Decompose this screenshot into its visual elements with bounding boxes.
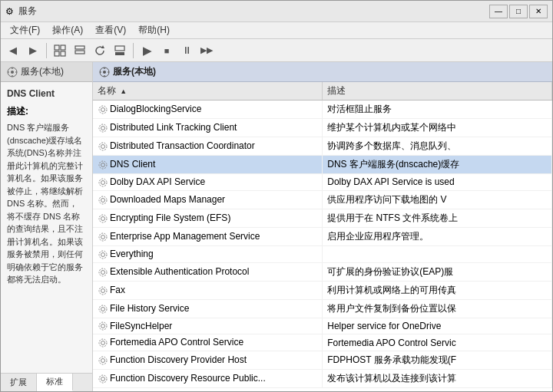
svg-point-24: [99, 124, 107, 132]
table-row[interactable]: FileSyncHelperHelper service for OneDriv…: [93, 318, 552, 334]
svg-rect-0: [55, 45, 59, 50]
table-row[interactable]: Dolby DAX API ServiceDolby DAX API Servi…: [93, 174, 552, 191]
col-header-name[interactable]: 名称 ▲: [93, 82, 323, 100]
menu-file[interactable]: 文件(F): [4, 22, 46, 38]
table-row[interactable]: Distributed Link Tracking Client维护某个计算机内…: [93, 119, 552, 137]
menu-help[interactable]: 帮助(H): [132, 22, 176, 38]
col-header-desc[interactable]: 描述: [323, 82, 552, 100]
tab-expand[interactable]: 扩展: [1, 374, 37, 391]
service-name-cell: Distributed Transaction Coordinator: [93, 137, 323, 156]
table-row[interactable]: Enterprise App Management Service启用企业应用程…: [93, 227, 552, 245]
table-row[interactable]: Downloaded Maps Manager供应用程序访问下载地图的 V: [93, 190, 552, 209]
svg-point-26: [99, 143, 107, 150]
svg-point-30: [99, 179, 107, 186]
toolbar-btn-restart[interactable]: ▶▶: [197, 41, 216, 60]
service-desc-cell: DNS 客户端服务(dnscache)缓存: [323, 156, 552, 174]
svg-point-52: [99, 375, 107, 383]
toolbar-btn-2[interactable]: [71, 41, 89, 60]
svg-point-29: [101, 180, 105, 184]
table-body: DialogBlockingService对活框阻止服务 Distributed…: [93, 100, 552, 388]
service-desc-cell: 将用户文件复制到备份位置以保: [323, 299, 552, 318]
table-row[interactable]: Distributed Transaction Coordinator协调跨多个…: [93, 137, 552, 156]
service-name: DNS Client: [7, 88, 86, 99]
main-area: 服务(本地) DNS Client 描述: DNS 客户端服务(dnscache…: [1, 62, 552, 391]
service-name-cell: DNS Client: [93, 156, 323, 174]
svg-point-36: [99, 233, 107, 241]
svg-point-41: [101, 288, 105, 292]
table-row[interactable]: Function Discovery Resource Public...发布该…: [93, 370, 552, 388]
svg-point-25: [101, 144, 105, 148]
svg-point-21: [101, 107, 105, 111]
minimize-button[interactable]: —: [489, 5, 508, 18]
svg-rect-1: [61, 45, 65, 50]
table-row[interactable]: DialogBlockingService对活框阻止服务: [93, 100, 552, 119]
gear-icon: [98, 249, 108, 260]
toolbar-btn-pause[interactable]: ⏸: [177, 41, 196, 60]
back-button[interactable]: ◀: [4, 41, 22, 60]
service-desc-cell: FDPHOST 服务承载功能发现(F: [323, 351, 552, 370]
table-row[interactable]: Everything: [93, 245, 552, 262]
svg-point-33: [101, 216, 105, 220]
svg-point-39: [101, 270, 105, 274]
gear-icon: [98, 285, 108, 296]
menu-action[interactable]: 操作(A): [46, 22, 89, 38]
toolbar-btn-stop[interactable]: ■: [157, 41, 176, 60]
svg-point-16: [103, 71, 106, 74]
svg-point-10: [11, 71, 14, 74]
table-row[interactable]: Encrypting File System (EFS)提供用于在 NTFS 文…: [93, 209, 552, 227]
svg-point-22: [99, 106, 107, 114]
forward-button[interactable]: ▶: [24, 41, 42, 60]
gear-icon: [98, 355, 108, 366]
title-bar-left: ⚙ 服务: [5, 5, 37, 18]
service-desc-cell: [323, 245, 552, 262]
service-desc-cell: 供应用程序访问下载地图的 V: [323, 190, 552, 209]
table-row[interactable]: File History Service将用户文件复制到备份位置以保: [93, 299, 552, 318]
svg-rect-2: [55, 51, 59, 56]
toolbar-separator-1: [46, 43, 47, 58]
left-panel-title: 服务(本地): [21, 65, 64, 78]
menu-view[interactable]: 查看(V): [89, 22, 132, 38]
service-name-cell: DialogBlockingService: [93, 100, 323, 119]
svg-point-42: [99, 287, 107, 295]
window-title: 服务: [18, 5, 37, 18]
sort-arrow-name: ▲: [120, 87, 127, 95]
svg-rect-5: [75, 51, 84, 54]
close-button[interactable]: ✕: [529, 5, 548, 18]
svg-point-35: [101, 235, 105, 239]
service-desc-cell: 发布该计算机以及连接到该计算: [323, 370, 552, 388]
service-desc-cell: 利用计算机或网络上的可用传真: [323, 281, 552, 299]
table-row[interactable]: Function Discovery Provider HostFDPHOST …: [93, 351, 552, 370]
refresh-button[interactable]: [91, 41, 109, 60]
service-name-cell: Downloaded Maps Manager: [93, 190, 323, 209]
svg-point-51: [101, 377, 105, 381]
svg-point-48: [99, 339, 107, 347]
service-name-cell: File History Service: [93, 299, 323, 318]
gear-icon: [98, 123, 108, 133]
table-row[interactable]: Fax利用计算机或网络上的可用传真: [93, 281, 552, 299]
left-content: DNS Client 描述: DNS 客户端服务(dnscache)缓存域名系统…: [1, 82, 92, 373]
svg-rect-8: [115, 46, 124, 51]
services-table: 名称 ▲ 描述 DialogBlockingService对活框阻止服务 Dis…: [93, 82, 552, 388]
gear-icon: [98, 104, 108, 115]
svg-point-32: [99, 196, 107, 204]
toolbar-btn-3[interactable]: [111, 41, 129, 60]
service-name-cell: Dolby DAX API Service: [93, 174, 323, 191]
services-table-container[interactable]: 名称 ▲ 描述 DialogBlockingService对活框阻止服务 Dis…: [93, 82, 552, 391]
maximize-button[interactable]: □: [509, 5, 528, 18]
table-row[interactable]: Extensible Authentication Protocol可扩展的身份…: [93, 262, 552, 281]
svg-rect-7: [115, 52, 124, 55]
tab-standard[interactable]: 标准: [37, 374, 73, 391]
toolbar-separator-2: [133, 43, 134, 58]
svg-point-45: [101, 324, 105, 328]
gear-icon: [98, 232, 108, 242]
table-row[interactable]: DNS ClientDNS 客户端服务(dnscache)缓存: [93, 156, 552, 174]
gear-icon: [98, 267, 108, 278]
service-desc-cell: 启用企业应用程序管理。: [323, 227, 552, 245]
desc-label: 描述:: [7, 105, 86, 118]
table-row[interactable]: Fortemedia APO Control ServiceFortemedia…: [93, 334, 552, 351]
svg-point-37: [101, 252, 105, 256]
toolbar-btn-1[interactable]: [51, 41, 69, 60]
right-header: 服务(本地): [93, 62, 552, 82]
toolbar-btn-export[interactable]: ▶: [137, 41, 156, 60]
service-name-cell: FileSyncHelper: [93, 318, 323, 334]
